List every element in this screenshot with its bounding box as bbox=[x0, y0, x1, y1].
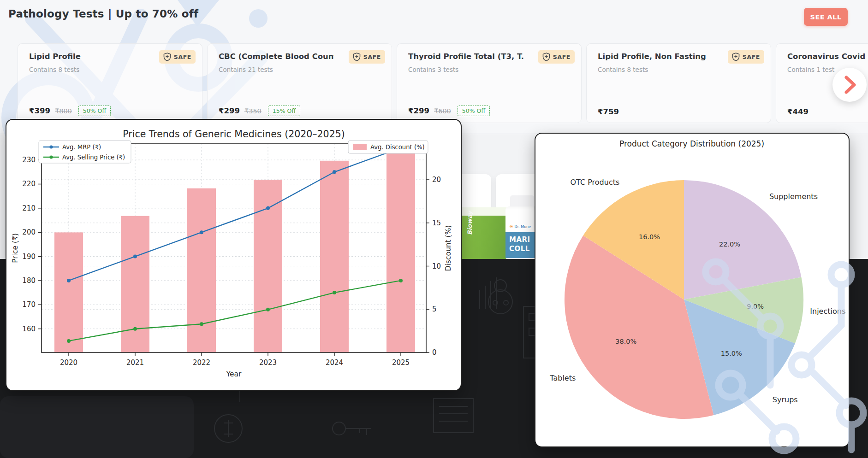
svg-text:38.0%: 38.0% bbox=[615, 338, 636, 345]
category-pie-chart-card: Product Category Distribution (2025)22.0… bbox=[535, 133, 850, 447]
svg-text:0: 0 bbox=[432, 348, 437, 357]
svg-text:160: 160 bbox=[22, 325, 36, 333]
test-name: Thyroid Profile Total (T3, T... bbox=[408, 52, 523, 61]
svg-text:Tablets: Tablets bbox=[549, 374, 576, 382]
test-count: Contains 8 tests bbox=[598, 66, 648, 73]
price-trends-chart: 1601701801902002102202300510152020202021… bbox=[6, 120, 461, 390]
page-title: Pathology Tests | Up to 70% off bbox=[8, 8, 198, 20]
svg-text:2020: 2020 bbox=[60, 358, 77, 367]
test-card-lipid-profile[interactable]: Lipid Profile SAFE Contains 8 tests ₹399… bbox=[18, 43, 202, 123]
svg-text:15: 15 bbox=[432, 219, 441, 227]
bottle-label: MARI COLL bbox=[505, 232, 539, 258]
svg-text:190: 190 bbox=[22, 252, 36, 261]
old-price: ₹800 bbox=[55, 107, 72, 115]
svg-text:200: 200 bbox=[22, 228, 36, 236]
product-image-collagen-bottle: ☀ Dr. Mone MARI COLL bbox=[505, 195, 539, 259]
discount-chip: 50% Off bbox=[78, 106, 111, 116]
svg-text:10: 10 bbox=[432, 262, 441, 270]
svg-text:9.0%: 9.0% bbox=[747, 303, 764, 310]
svg-text:5: 5 bbox=[432, 305, 437, 313]
safe-badge-label: SAFE bbox=[174, 53, 191, 60]
category-pie-chart: Product Category Distribution (2025)22.0… bbox=[535, 134, 849, 446]
svg-text:Discount (%): Discount (%) bbox=[444, 225, 452, 271]
svg-text:2021: 2021 bbox=[126, 358, 144, 367]
safe-badge-label: SAFE bbox=[743, 53, 760, 60]
safe-badge-label: SAFE bbox=[553, 53, 571, 60]
price: ₹399 bbox=[29, 106, 50, 115]
sun-icon: ☀ bbox=[509, 224, 513, 229]
bottle-brand: ☀ Dr. Mone bbox=[509, 224, 531, 229]
svg-text:Price Trends of Generic Medici: Price Trends of Generic Medicines (2020–… bbox=[123, 129, 345, 140]
price-row: ₹299 ₹350 15% Off bbox=[219, 106, 300, 116]
price: ₹299 bbox=[408, 106, 429, 115]
test-name: Coronavirus Covid bbox=[787, 52, 865, 61]
safe-badge: SAFE bbox=[349, 50, 385, 64]
svg-text:210: 210 bbox=[22, 204, 36, 212]
test-card-lipid-non-fasting[interactable]: Lipid Profile, Non Fasting SAFE Contains… bbox=[586, 43, 771, 123]
svg-text:Avg. Discount (%): Avg. Discount (%) bbox=[370, 144, 425, 151]
section-header: Pathology Tests | Up to 70% off SEE ALL bbox=[0, 0, 868, 29]
test-count: Contains 21 tests bbox=[219, 66, 273, 73]
price-row: ₹759 bbox=[598, 107, 619, 116]
old-price: ₹600 bbox=[434, 107, 451, 115]
svg-text:Product Category Distribution: Product Category Distribution (2025) bbox=[619, 139, 764, 148]
svg-text:2023: 2023 bbox=[259, 358, 277, 367]
test-card-cbc[interactable]: CBC (Complete Blood Count) SAFE Contains… bbox=[207, 43, 392, 123]
svg-text:16.0%: 16.0% bbox=[639, 233, 660, 241]
product-image-green-box: Bioway bbox=[454, 207, 513, 259]
test-name: CBC (Complete Blood Count) bbox=[219, 52, 334, 61]
safe-badge: SAFE bbox=[538, 50, 575, 64]
svg-text:230: 230 bbox=[22, 156, 36, 164]
safe-badge-label: SAFE bbox=[363, 53, 381, 60]
see-all-button[interactable]: SEE ALL bbox=[804, 8, 848, 26]
chevron-right-icon bbox=[832, 68, 867, 102]
svg-text:220: 220 bbox=[22, 180, 36, 188]
pathology-cards-row: Lipid Profile SAFE Contains 8 tests ₹399… bbox=[18, 43, 868, 122]
price-trends-chart-card: 1601701801902002102202300510152020202021… bbox=[6, 119, 462, 391]
price-row: ₹449 bbox=[787, 107, 809, 116]
shield-plus-icon bbox=[353, 53, 361, 61]
price: ₹299 bbox=[219, 106, 240, 115]
discount-chip: 15% Off bbox=[268, 106, 300, 116]
svg-text:Syrups: Syrups bbox=[773, 395, 798, 404]
price-row: ₹399 ₹800 50% Off bbox=[29, 106, 111, 116]
shield-plus-icon bbox=[542, 53, 550, 61]
old-price: ₹350 bbox=[244, 107, 262, 115]
svg-text:22.0%: 22.0% bbox=[719, 241, 740, 248]
carousel-next-button[interactable] bbox=[832, 68, 867, 102]
bottle-body: ☀ Dr. Mone MARI COLL bbox=[505, 206, 539, 259]
svg-text:Avg. MRP (₹): Avg. MRP (₹) bbox=[62, 144, 101, 151]
svg-text:2022: 2022 bbox=[193, 358, 210, 367]
test-name: Lipid Profile, Non Fasting bbox=[598, 52, 706, 61]
price: ₹759 bbox=[598, 107, 619, 116]
svg-text:2024: 2024 bbox=[326, 358, 343, 367]
svg-text:Avg. Selling Price (₹): Avg. Selling Price (₹) bbox=[62, 154, 125, 161]
test-count: Contains 1 test bbox=[787, 66, 834, 73]
price: ₹449 bbox=[787, 107, 809, 116]
test-name: Lipid Profile bbox=[29, 52, 81, 61]
svg-text:2025: 2025 bbox=[392, 358, 410, 367]
box-lid bbox=[454, 207, 513, 216]
svg-text:180: 180 bbox=[22, 276, 36, 285]
svg-text:20: 20 bbox=[432, 176, 441, 184]
bottle-cap bbox=[510, 195, 534, 208]
svg-text:Supplements: Supplements bbox=[769, 192, 818, 201]
svg-text:Year: Year bbox=[226, 370, 242, 378]
svg-text:170: 170 bbox=[22, 300, 36, 309]
test-card-thyroid[interactable]: Thyroid Profile Total (T3, T... SAFE Con… bbox=[397, 43, 582, 123]
svg-text:Injections: Injections bbox=[810, 307, 845, 316]
shield-plus-icon bbox=[163, 53, 171, 61]
svg-text:15.0%: 15.0% bbox=[721, 350, 742, 357]
box-brand-text: Bioway bbox=[466, 211, 473, 235]
price-row: ₹299 ₹600 50% Off bbox=[408, 106, 490, 116]
test-count: Contains 3 tests bbox=[408, 66, 458, 73]
svg-text:Price (₹): Price (₹) bbox=[11, 233, 19, 263]
svg-text:OTC Products: OTC Products bbox=[571, 178, 620, 187]
safe-badge: SAFE bbox=[159, 50, 196, 64]
shield-plus-icon bbox=[732, 53, 740, 61]
page: Pathology Tests | Up to 70% off SEE ALL … bbox=[0, 0, 868, 458]
safe-badge: SAFE bbox=[728, 50, 764, 64]
test-count: Contains 8 tests bbox=[29, 66, 79, 73]
discount-chip: 50% Off bbox=[458, 106, 490, 116]
